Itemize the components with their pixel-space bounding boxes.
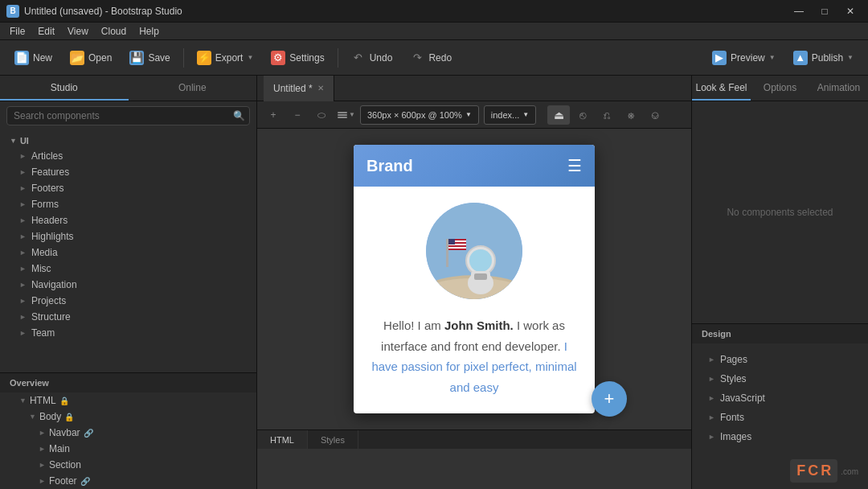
canvas-tab-close[interactable]: ✕	[317, 84, 324, 92]
comp-articles[interactable]: ► Articles	[0, 148, 256, 164]
menu-file[interactable]: File	[3, 23, 31, 40]
open-icon: 📂	[70, 51, 84, 65]
canvas-tab-untitled[interactable]: Untitled * ✕	[264, 76, 334, 101]
menu-edit[interactable]: Edit	[31, 23, 61, 40]
export-button[interactable]: ⚡ Export ▼	[189, 45, 262, 71]
settings-button[interactable]: ⚙ Settings	[263, 45, 332, 71]
comp-forms[interactable]: ► Forms	[0, 196, 256, 212]
open-button[interactable]: 📂 Open	[62, 45, 120, 71]
publish-button[interactable]: ▲ Publish ▼	[785, 45, 862, 71]
preview-button[interactable]: ▶ Preview ▼	[704, 45, 784, 71]
bottom-tab-html[interactable]: HTML	[257, 430, 308, 449]
design-styles[interactable]: ► Styles	[692, 369, 868, 388]
comp-headers[interactable]: ► Headers	[0, 212, 256, 228]
svg-rect-7	[446, 239, 448, 267]
toolbar: 📄 New 📂 Open 💾 Save ⚡ Export ▼ ⚙ Setting…	[0, 40, 868, 76]
device-desktop-button[interactable]: ⎈	[620, 105, 642, 125]
tab-options[interactable]: Options	[751, 76, 809, 101]
comp-arrow: ►	[19, 249, 27, 257]
tab-online[interactable]: Online	[129, 76, 257, 101]
settings-icon: ⚙	[271, 51, 285, 65]
canvas-viewport[interactable]: Brand ☰	[257, 129, 691, 429]
comp-misc[interactable]: ► Misc	[0, 261, 256, 277]
menu-help[interactable]: Help	[133, 23, 166, 40]
section-ui-header[interactable]: ▼ UI	[0, 134, 256, 148]
tree-html[interactable]: ▼ HTML 🔒	[0, 392, 256, 409]
tree-section[interactable]: ► Section	[0, 457, 256, 473]
preview-dropdown-arrow: ▼	[769, 54, 776, 61]
tree-navbar[interactable]: ► Navbar 🔗	[0, 425, 256, 441]
comp-features[interactable]: ► Features	[0, 164, 256, 180]
comp-footers[interactable]: ► Footers	[0, 180, 256, 196]
tab-animation[interactable]: Animation	[809, 76, 868, 101]
canvas-tabs: Untitled * ✕	[257, 76, 691, 101]
canvas-size-selector[interactable]: 360px × 600px @ 100% ▼	[360, 105, 479, 125]
publish-icon: ▲	[793, 51, 808, 65]
save-button[interactable]: 💾 Save	[121, 45, 178, 71]
sidebar-tabs: Studio Online	[0, 76, 256, 101]
close-button[interactable]: ✕	[839, 0, 862, 23]
comp-highlights[interactable]: ► Highlights	[0, 228, 256, 244]
device-mobile-button[interactable]: ⏏	[547, 105, 570, 125]
sidebar: Studio Online 🔍 ▼ UI ► Articles ► Featur…	[0, 76, 257, 489]
bottom-tab-styles[interactable]: Styles	[308, 430, 358, 449]
right-panel: Look & Feel Options Animation No compone…	[691, 76, 868, 489]
design-pages[interactable]: ► Pages	[692, 350, 868, 369]
comp-team[interactable]: ► Team	[0, 325, 256, 341]
tab-look-feel[interactable]: Look & Feel	[692, 76, 751, 101]
no-selection-label: No components selected	[727, 207, 833, 218]
minimize-button[interactable]: —	[788, 0, 810, 23]
page-selector[interactable]: index... ▼	[484, 105, 536, 125]
device-wide-button[interactable]: ⎉	[644, 105, 666, 125]
svg-rect-0	[338, 112, 347, 113]
layers-button[interactable]: ▼	[336, 105, 355, 125]
comp-media[interactable]: ► Media	[0, 244, 256, 261]
search-input[interactable]	[6, 106, 250, 125]
preview-hamburger-icon: ☰	[567, 156, 582, 175]
design-images[interactable]: ► Images	[692, 427, 868, 446]
menu-view[interactable]: View	[61, 23, 95, 40]
titlebar: B Untitled (unsaved) - Bootstrap Studio …	[0, 0, 868, 23]
redo-icon: ↷	[410, 51, 424, 65]
fit-button[interactable]: ⬭	[312, 105, 331, 125]
device-tablet-landscape-button[interactable]: ⎌	[596, 105, 618, 125]
comp-arrow: ►	[19, 184, 27, 192]
tree-footer[interactable]: ► Footer 🔗	[0, 473, 256, 489]
comp-structure[interactable]: ► Structure	[0, 309, 256, 325]
design-javascript[interactable]: ► JavaScript	[692, 388, 868, 408]
tree-main[interactable]: ► Main	[0, 441, 256, 457]
publish-dropdown-arrow: ▼	[847, 54, 854, 61]
undo-button[interactable]: ↶ Undo	[343, 45, 401, 71]
device-tablet-portrait-button[interactable]: ⎋	[571, 105, 594, 125]
tab-studio[interactable]: Studio	[0, 76, 129, 101]
zoom-in-button[interactable]: +	[264, 105, 283, 125]
undo-icon: ↶	[351, 51, 366, 65]
tree-body[interactable]: ▼ Body 🔒	[0, 409, 256, 425]
footer-link-icon: 🔗	[80, 477, 90, 486]
components-list: ▼ UI ► Articles ► Features ► Footers ► F…	[0, 130, 256, 372]
watermark-logo: F C R	[790, 459, 837, 483]
zoom-out-button[interactable]: −	[288, 105, 307, 125]
main-layout: Studio Online 🔍 ▼ UI ► Articles ► Featur…	[0, 76, 868, 489]
body-lock-icon: 🔒	[64, 413, 74, 421]
fab-add-button[interactable]: +	[592, 381, 627, 417]
menu-cloud[interactable]: Cloud	[95, 23, 133, 40]
svg-rect-18	[474, 273, 487, 280]
comp-projects[interactable]: ► Projects	[0, 293, 256, 309]
design-fonts[interactable]: ► Fonts	[692, 408, 868, 427]
new-button[interactable]: 📄 New	[6, 45, 60, 71]
comp-navigation[interactable]: ► Navigation	[0, 277, 256, 293]
redo-button[interactable]: ↷ Redo	[402, 45, 460, 71]
right-panel-tabs: Look & Feel Options Animation	[692, 76, 868, 101]
comp-arrow: ►	[19, 297, 27, 305]
preview-navbar: Brand ☰	[354, 145, 595, 187]
svg-rect-2	[338, 117, 347, 118]
comp-arrow: ►	[19, 265, 27, 273]
design-section: Design ► Pages ► Styles ► JavaScript ► F…	[692, 323, 868, 453]
window-controls: — □ ✕	[788, 0, 862, 23]
svg-rect-11	[448, 247, 466, 249]
search-wrap: 🔍	[6, 106, 250, 125]
new-icon: 📄	[14, 51, 29, 65]
maximize-button[interactable]: □	[813, 0, 836, 23]
page-dropdown-arrow: ▼	[522, 111, 529, 118]
